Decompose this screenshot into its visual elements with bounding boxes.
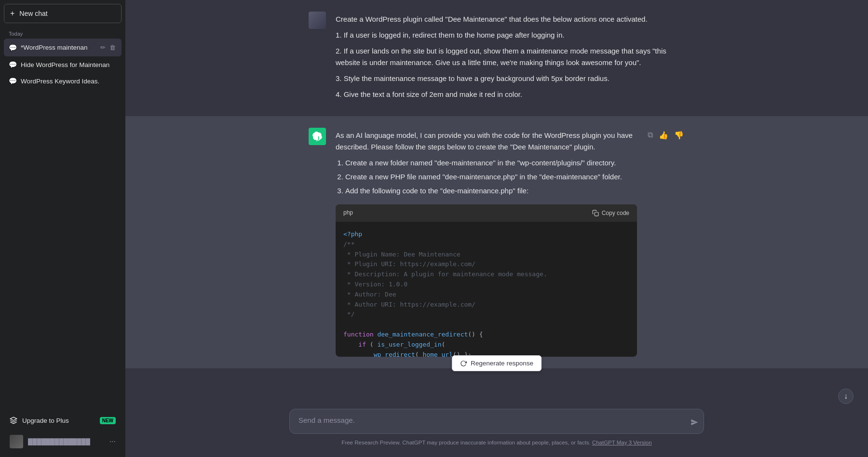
chat-label-1: *WordPress maintenan [21, 44, 95, 51]
chat-item-wordpress-keywords[interactable]: 💬 WordPress Keyword Ideas. [4, 73, 122, 89]
ai-message-inner: As an AI language model, I can provide y… [289, 128, 704, 357]
user-row[interactable]: ██████████████ ··· [4, 430, 122, 453]
footer-link[interactable]: ChatGPT May 3 Version [592, 440, 652, 445]
delete-icon-1[interactable]: 🗑 [108, 43, 117, 52]
input-area: Free Research Preview. ChatGPT may produ… [125, 403, 868, 457]
scroll-down-icon: ↓ [844, 392, 848, 401]
code-header: php Copy code [336, 204, 637, 222]
chat-label-3: WordPress Keyword Ideas. [21, 78, 117, 85]
new-chat-button[interactable]: + New chat [4, 4, 122, 23]
upgrade-badge: NEW [100, 417, 116, 424]
chat-area: Create a WordPress plugin called "Dee Ma… [125, 0, 868, 403]
copy-label: Copy code [602, 210, 629, 216]
user-msg-p5: 4. Give the text a font size of 2em and … [336, 89, 685, 101]
footer-main-text: Free Research Preview. ChatGPT may produ… [341, 440, 590, 445]
copy-icon [592, 210, 599, 216]
code-body: <?php /** * Plugin Name: Dee Maintenance… [336, 222, 637, 357]
user-message-content: Create a WordPress plugin called "Dee Ma… [336, 12, 685, 105]
today-section-label: Today [4, 27, 122, 39]
user-msg-p3: 2. If a user lands on the site but is lo… [336, 45, 685, 69]
ai-message-actions: ⧉ 👍 👎 [647, 128, 685, 357]
upgrade-label: Upgrade to Plus [22, 417, 69, 424]
ai-step-3: Add the following code to the "dee-maint… [345, 185, 637, 197]
footer-text: Free Research Preview. ChatGPT may produ… [341, 440, 651, 445]
chat-item-hide-wordpress[interactable]: 💬 Hide WordPress for Maintenan [4, 56, 122, 73]
input-wrapper [289, 409, 704, 436]
chat-item-wordpress-maintenance[interactable]: 💬 *WordPress maintenan ✏ 🗑 [4, 39, 122, 56]
regenerate-response-button[interactable]: Regenerate response [452, 355, 542, 371]
chat-icon-3: 💬 [9, 77, 17, 85]
ai-intro: As an AI language model, I can provide y… [336, 130, 637, 154]
user-msg-p2: 1. If a user is logged in, redirect them… [336, 29, 685, 41]
openai-avatar [309, 128, 326, 145]
plus-icon: + [10, 9, 14, 18]
ai-message-content: As an AI language model, I can provide y… [336, 128, 637, 357]
chat-icon-2: 💬 [9, 61, 17, 68]
edit-icon-1[interactable]: ✏ [99, 43, 107, 52]
code-language: php [343, 208, 353, 218]
user-message-inner: Create a WordPress plugin called "Dee Ma… [289, 12, 704, 105]
user-msg-p1: Create a WordPress plugin called "Dee Ma… [336, 13, 685, 26]
thumbs-up-button[interactable]: 👍 [658, 130, 669, 141]
user-message-block: Create a WordPress plugin called "Dee Ma… [125, 0, 868, 116]
upgrade-button[interactable]: Upgrade to Plus NEW [4, 412, 122, 429]
user-avatar [10, 435, 23, 448]
user-avatar-msg [309, 12, 326, 29]
scroll-down-button[interactable]: ↓ [838, 389, 854, 404]
new-chat-label: New chat [19, 10, 47, 17]
upgrade-icon [10, 417, 17, 424]
send-button[interactable] [691, 418, 698, 426]
user-msg-p4: 3. Style the maintenance message to have… [336, 73, 685, 85]
chat-icon-1: 💬 [9, 44, 17, 52]
regenerate-label: Regenerate response [471, 360, 533, 367]
user-more-icon[interactable]: ··· [109, 437, 116, 446]
ai-step-1: Create a new folder named "dee-maintenan… [345, 157, 637, 169]
chat-actions-1: ✏ 🗑 [99, 43, 117, 52]
main-content: Create a WordPress plugin called "Dee Ma… [125, 0, 868, 457]
copy-code-button[interactable]: Copy code [592, 210, 629, 216]
thumbs-down-button[interactable]: 👎 [673, 130, 685, 141]
code-block: php Copy code <?php /** * Plugin Name: D… [336, 204, 637, 357]
sidebar: + New chat Today 💬 *WordPress maintenan … [0, 0, 125, 457]
ai-message-block: As an AI language model, I can provide y… [125, 116, 868, 369]
chat-label-2: Hide WordPress for Maintenan [21, 61, 117, 68]
regenerate-icon [460, 360, 467, 367]
send-icon [691, 418, 698, 426]
chat-input[interactable] [289, 409, 704, 434]
svg-rect-0 [595, 212, 598, 216]
ai-step-2: Create a new PHP file named "dee-mainten… [345, 171, 637, 183]
copy-message-button[interactable]: ⧉ [647, 130, 654, 140]
ai-steps-list: Create a new folder named "dee-maintenan… [336, 157, 637, 197]
user-name: ██████████████ [28, 438, 105, 445]
